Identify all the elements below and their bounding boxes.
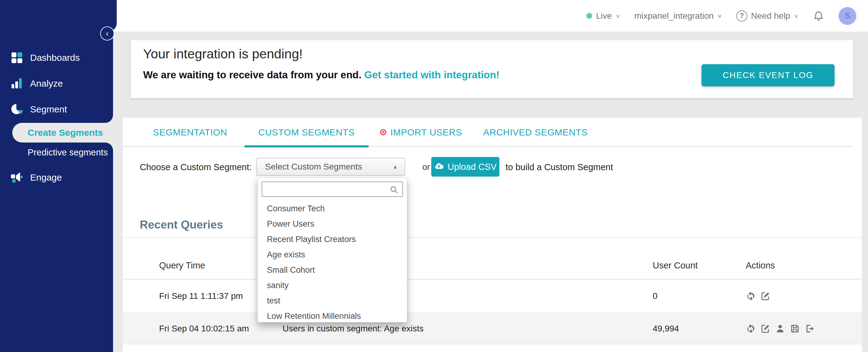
query-time-cell: Fri Sep 04 10:02:15 am: [159, 313, 249, 344]
row-actions-cell: [746, 313, 814, 344]
sidebar-item-label: Predictive segments: [28, 148, 108, 158]
column-header-actions: Actions: [746, 252, 775, 279]
need-help-menu[interactable]: ? Need help ∨: [736, 10, 799, 22]
user-count-cell: 0: [653, 280, 658, 312]
refresh-icon[interactable]: [746, 324, 755, 333]
cloud-upload-icon: [434, 162, 444, 172]
tab-label: ARCHIVED SEGMENTS: [483, 127, 588, 138]
sidebar-item-label: Engage: [30, 172, 62, 183]
custom-segment-select[interactable]: Select Custom Segments ▲: [256, 158, 405, 176]
segment-icon: [10, 103, 23, 116]
notifications-button[interactable]: [813, 10, 825, 22]
dropdown-option[interactable]: test: [258, 293, 407, 309]
chevron-down-icon: ∨: [717, 13, 722, 19]
tab-archived-segments[interactable]: ARCHIVED SEGMENTS: [483, 118, 588, 147]
column-header-query-time: Query Time: [159, 252, 205, 279]
integration-pending-banner: Your integration is pending! We are wait…: [130, 40, 853, 98]
save-icon[interactable]: [790, 324, 800, 333]
table-row: Fri Sep 11 1:11:37 pm 0: [123, 280, 862, 313]
sidebar-nav-top: Dashboards Analyze Segment: [0, 31, 113, 123]
export-icon[interactable]: [805, 324, 814, 333]
column-header-user-count: User Count: [653, 252, 698, 279]
sidebar-collapse-button[interactable]: ‹: [100, 26, 114, 40]
sidebar-item-create-segments[interactable]: Create Segments: [12, 123, 113, 142]
edit-icon[interactable]: [761, 291, 770, 301]
dropdown-option[interactable]: Small Cohort: [258, 262, 407, 278]
dropdown-search-box: [262, 182, 403, 197]
segments-panel: SEGMENTATION CUSTOM SEGMENTS IMPORT USER…: [123, 118, 862, 352]
dropdown-option[interactable]: Power Users: [258, 216, 407, 232]
chevron-down-icon: ∨: [616, 13, 620, 19]
banner-message: We are waiting to receive data from your…: [143, 69, 499, 81]
table-row: Fri Sep 04 10:02:15 am Users in custom s…: [123, 313, 862, 344]
select-value: Select Custom Segments: [265, 162, 362, 172]
dropdown-option[interactable]: sanity: [258, 278, 407, 293]
sidebar-item-segment[interactable]: Segment: [0, 96, 113, 122]
upload-csv-button[interactable]: Upload CSV: [431, 157, 499, 177]
table-header-row: Query Time User Count Actions: [123, 252, 862, 280]
banner-message-text: We are waiting to receive data from your…: [143, 69, 362, 81]
sidebar-item-label: Segment: [30, 104, 67, 115]
dropdown-option[interactable]: Low Retention Millennials: [258, 309, 407, 324]
live-status-dot: [586, 13, 592, 19]
alert-dot-icon: [380, 129, 387, 136]
sidebar-item-predictive-segments[interactable]: Predictive segments: [0, 144, 113, 161]
chevron-down-icon: ∨: [794, 13, 799, 19]
dropdown-option[interactable]: Consumer Tech: [258, 201, 407, 216]
custom-segment-dropdown: Consumer Tech Power Users Recent Playlis…: [257, 177, 407, 322]
banner-title: Your integration is pending!: [143, 46, 303, 61]
section-divider: [123, 237, 862, 238]
user-avatar[interactable]: S: [838, 7, 856, 25]
search-icon: [390, 185, 399, 194]
dashboards-icon: [10, 51, 23, 64]
tab-import-users[interactable]: IMPORT USERS: [380, 118, 462, 147]
avatar-initial: S: [845, 11, 850, 21]
need-help-label: Need help: [751, 11, 790, 21]
choose-segment-label: Choose a Custom Segment:: [140, 162, 252, 172]
environment-label: Live: [596, 11, 612, 21]
project-name: mixpanel_integration: [634, 11, 713, 21]
refresh-icon[interactable]: [746, 291, 755, 301]
tab-label: IMPORT USERS: [391, 127, 462, 138]
sidebar-nav: moengage ‹ Dashboards Analyze: [0, 0, 113, 352]
user-icon[interactable]: [775, 324, 785, 333]
sidebar-item-label: Dashboards: [30, 53, 80, 63]
bell-icon: [813, 10, 825, 22]
recent-queries-title: Recent Queries: [140, 218, 223, 231]
sidebar-item-label: Create Segments: [28, 127, 103, 138]
or-label: or: [422, 162, 430, 172]
dropdown-option[interactable]: Age exists: [258, 247, 407, 262]
sidebar-item-analyze[interactable]: Analyze: [0, 71, 113, 96]
sidebar-item-dashboards[interactable]: Dashboards: [0, 45, 113, 71]
dropdown-options-list: Consumer Tech Power Users Recent Playlis…: [258, 201, 407, 324]
chevron-left-icon: ‹: [106, 29, 109, 38]
upload-csv-label: Upload CSV: [447, 162, 497, 172]
help-icon: ?: [736, 10, 747, 22]
sidebar-item-label: Analyze: [30, 78, 63, 89]
engage-icon: [10, 171, 23, 184]
tab-custom-segments[interactable]: CUSTOM SEGMENTS: [258, 118, 355, 147]
edit-icon[interactable]: [761, 324, 770, 333]
get-started-link[interactable]: Get started with integration!: [364, 69, 499, 81]
tab-segmentation[interactable]: SEGMENTATION: [153, 118, 227, 147]
build-segment-label: to build a Custom Segment: [505, 162, 613, 172]
logo-block: [0, 0, 117, 31]
chevron-up-icon: ▲: [392, 163, 398, 170]
user-count-cell: 49,994: [653, 313, 679, 344]
top-header-bar: Live ∨ mixpanel_integration ∨ ? Need hel…: [113, 0, 868, 32]
query-time-cell: Fri Sep 11 1:11:37 pm: [159, 280, 243, 312]
dropdown-option[interactable]: Recent Playlist Creators: [258, 232, 407, 247]
analyze-icon: [10, 77, 23, 90]
tabs-bar: SEGMENTATION CUSTOM SEGMENTS IMPORT USER…: [123, 118, 853, 147]
project-selector[interactable]: mixpanel_integration ∨: [634, 11, 722, 21]
sidebar-active-row: Create Segments: [0, 123, 113, 142]
sidebar-nav-bottom: Predictive segments Engage: [0, 142, 113, 352]
tab-label: CUSTOM SEGMENTS: [258, 127, 355, 138]
environment-selector[interactable]: Live ∨: [586, 11, 620, 21]
row-actions-cell: [746, 280, 770, 312]
tab-label: SEGMENTATION: [153, 127, 227, 138]
search-input[interactable]: [262, 182, 402, 196]
sidebar-item-engage[interactable]: Engage: [0, 168, 113, 187]
check-event-log-button[interactable]: CHECK EVENT LOG: [702, 64, 835, 86]
